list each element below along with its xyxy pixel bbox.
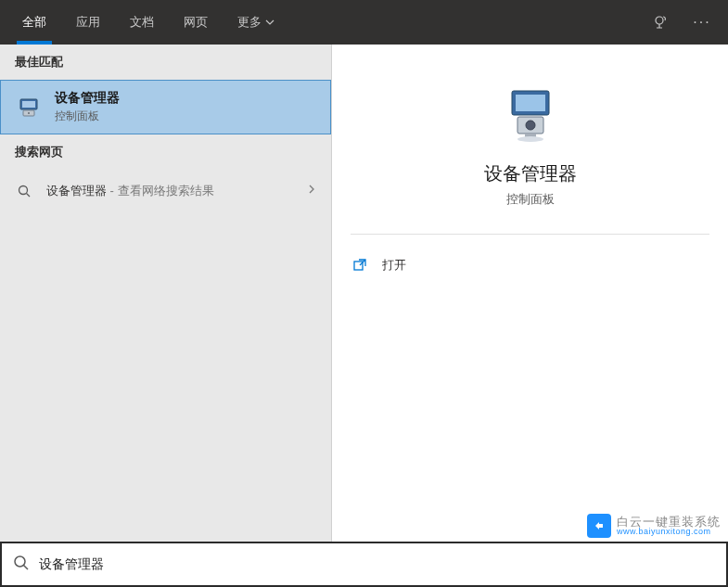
tab-web[interactable]: 网页 [169,0,223,45]
watermark-text: 白云一键重装系统 www.baiyunxitong.com [617,516,721,536]
more-options-icon[interactable]: ··· [683,0,721,45]
web-result-text: 设备管理器 - 查看网络搜索结果 [46,183,294,199]
watermark: 白云一键重装系统 www.baiyunxitong.com [587,514,721,538]
result-title: 设备管理器 [55,90,315,107]
result-device-manager[interactable]: 设备管理器 控制面板 [0,80,331,134]
watermark-url: www.baiyunxitong.com [617,528,721,536]
detail-title: 设备管理器 [484,161,577,186]
svg-line-15 [24,565,29,569]
tab-more-label: 更多 [237,14,262,31]
results-panel: 最佳匹配 设备管理器 控制面板 搜索网页 设备管理器 - 查看网 [0,45,332,542]
feedback-icon[interactable] [643,0,680,45]
svg-rect-13 [354,262,363,270]
best-match-header: 最佳匹配 [0,45,331,80]
watermark-logo-icon [587,514,611,538]
result-text: 设备管理器 控制面板 [55,90,315,124]
svg-rect-8 [516,95,545,111]
svg-point-14 [15,556,25,567]
header-bar: 全部 应用 文档 网页 更多 ··· [0,0,728,45]
svg-rect-2 [22,101,35,108]
search-icon [15,185,33,198]
result-subtitle: 控制面板 [55,108,315,124]
chevron-down-icon [265,18,275,27]
action-open-label: 打开 [382,257,406,274]
svg-point-0 [656,17,663,24]
detail-actions: 打开 [332,235,728,296]
tab-all[interactable]: 全部 [7,0,61,45]
content-area: 最佳匹配 设备管理器 控制面板 搜索网页 设备管理器 - 查看网 [0,45,728,542]
detail-subtitle: 控制面板 [506,191,555,208]
svg-point-12 [517,136,543,142]
tab-apps[interactable]: 应用 [61,0,115,45]
search-bar[interactable] [0,542,728,587]
svg-point-10 [526,121,535,130]
web-result-suffix: - 查看网络搜索结果 [107,184,214,198]
svg-line-6 [26,193,30,197]
detail-panel: 设备管理器 控制面板 打开 白云一键重装系统 www.baiyunxitong.… [332,45,728,542]
chevron-right-icon [307,183,316,199]
action-open[interactable]: 打开 [351,251,709,279]
open-icon [351,258,369,273]
web-search-header: 搜索网页 [0,134,331,170]
watermark-title: 白云一键重装系统 [617,516,721,528]
device-manager-large-icon [497,82,564,148]
device-manager-icon [16,95,42,121]
web-result-query: 设备管理器 [46,184,107,198]
search-input[interactable] [39,557,715,572]
svg-point-4 [28,112,30,114]
tab-more[interactable]: 更多 [223,0,289,45]
detail-card: 设备管理器 控制面板 [351,45,709,235]
header-right: ··· [643,0,721,45]
svg-point-5 [19,185,27,194]
tab-documents[interactable]: 文档 [115,0,169,45]
header-tabs: 全部 应用 文档 网页 更多 [7,0,289,45]
web-search-result[interactable]: 设备管理器 - 查看网络搜索结果 [0,170,331,212]
search-bar-icon [13,555,30,575]
